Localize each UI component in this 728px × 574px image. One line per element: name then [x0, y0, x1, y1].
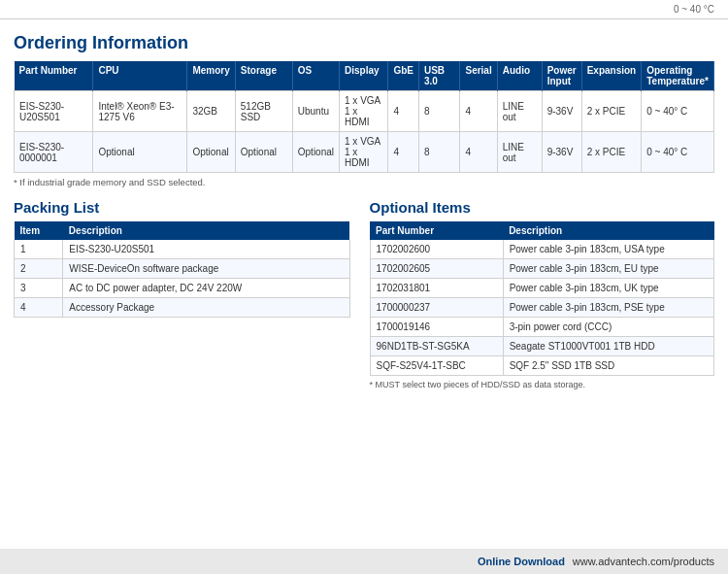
optional-cell: Seagate ST1000VT001 1TB HDD [503, 337, 713, 356]
order-cell: Optional [187, 132, 235, 173]
optional-cell: Power cable 3-pin 183cm, UK type [503, 279, 713, 298]
optional-cell: 96ND1TB-ST-SG5KA [370, 337, 503, 356]
packing-list-row: 2WISE-DeviceOn software package [15, 259, 350, 279]
order-cell: 9-36V [542, 132, 581, 173]
packing-list-row: 3AC to DC power adapter, DC 24V 220W [15, 279, 350, 298]
col-display: Display [340, 61, 388, 91]
optional-cell: SQF-S25V4-1T-SBC [370, 356, 503, 376]
packing-cell: Accessory Package [63, 298, 349, 318]
order-table-row: EIS-S230-U20S501Intel® Xeon® E3-1275 V63… [15, 91, 714, 132]
order-cell: Optional [292, 132, 339, 173]
col-gbe: GbE [388, 61, 419, 91]
col-power: PowerInput [542, 61, 581, 91]
packing-col-item: Item [15, 221, 63, 240]
optional-items-table: Part Number Description 1702002600Power … [370, 221, 714, 376]
order-cell: 4 [460, 132, 497, 173]
optional-items-footnote: * MUST select two pieces of HDD/SSD as d… [370, 380, 714, 389]
order-cell: 0 ~ 40° C [642, 132, 714, 173]
ordering-title: Ordering Information [14, 33, 714, 53]
col-audio: Audio [497, 61, 542, 91]
order-cell: EIS-S230-0000001 [15, 132, 93, 173]
optional-items-section: Optional Items Part Number Description 1… [370, 199, 714, 389]
order-cell: 2 x PCIE [581, 132, 642, 173]
optional-cell: 3-pin power cord (CCC) [503, 318, 713, 337]
packing-cell: EIS-S230-U20S501 [63, 240, 349, 259]
order-cell: Intel® Xeon® E3-1275 V6 [93, 91, 187, 132]
order-table-row: EIS-S230-0000001OptionalOptionalOptional… [15, 132, 714, 173]
order-cell: 32GB [187, 91, 235, 132]
packing-list-table: Item Description 1EIS-S230-U20S5012WISE-… [14, 221, 350, 318]
packing-cell: AC to DC power adapter, DC 24V 220W [63, 279, 349, 298]
col-part-number: Part Number [15, 61, 93, 91]
order-cell: 1 x VGA1 x HDMI [340, 132, 388, 173]
col-serial: Serial [460, 61, 497, 91]
packing-list-title: Packing List [14, 199, 350, 216]
packing-cell: 1 [15, 240, 63, 259]
optional-item-row: 1702002605Power cable 3-pin 183cm, EU ty… [370, 259, 713, 279]
footer-label: Online Download [478, 556, 565, 567]
order-cell: 8 [418, 91, 460, 132]
optional-cell: Power cable 3-pin 183cm, USA type [503, 240, 713, 259]
optional-cell: Power cable 3-pin 183cm, EU type [503, 259, 713, 279]
optional-cell: 1702002605 [370, 259, 503, 279]
optional-cell: 1702031801 [370, 279, 503, 298]
packing-cell: 3 [15, 279, 63, 298]
optional-item-row: 1702031801Power cable 3-pin 183cm, UK ty… [370, 279, 713, 298]
order-cell: Optional [235, 132, 292, 173]
col-optemp: OperatingTemperature* [642, 61, 714, 91]
ordering-table: Part Number CPU Memory Storage OS Displa… [14, 61, 714, 173]
order-cell: 8 [418, 132, 460, 173]
order-cell: 4 [460, 91, 497, 132]
packing-list-row: 4Accessory Package [15, 298, 350, 318]
col-os: OS [292, 61, 339, 91]
opt-col-desc: Description [503, 221, 713, 240]
packing-list-row: 1EIS-S230-U20S501 [15, 240, 350, 259]
optional-item-row: SQF-S25V4-1T-SBCSQF 2.5" SSD 1TB SSD [370, 356, 713, 376]
col-usb: USB 3.0 [418, 61, 460, 91]
col-storage: Storage [235, 61, 292, 91]
opt-col-part: Part Number [370, 221, 503, 240]
col-expansion: Expansion [581, 61, 642, 91]
col-memory: Memory [187, 61, 235, 91]
optional-item-row: 1700000237Power cable 3-pin 183cm, PSE t… [370, 298, 713, 318]
order-cell: 4 [388, 132, 419, 173]
packing-cell: 2 [15, 259, 63, 279]
order-cell: 2 x PCIE [581, 91, 642, 132]
optional-cell: SQF 2.5" SSD 1TB SSD [503, 356, 713, 376]
packing-col-desc: Description [63, 221, 349, 240]
optional-cell: Power cable 3-pin 183cm, PSE type [503, 298, 713, 318]
optional-item-row: 1702002600Power cable 3-pin 183cm, USA t… [370, 240, 713, 259]
order-cell: EIS-S230-U20S501 [15, 91, 93, 132]
optional-item-row: 17000191463-pin power cord (CCC) [370, 318, 713, 337]
packing-cell: 4 [15, 298, 63, 318]
order-cell: Ubuntu [292, 91, 339, 132]
packing-cell: WISE-DeviceOn software package [63, 259, 349, 279]
top-bar: 0 ~ 40 °C [0, 0, 728, 19]
top-bar-text: 0 ~ 40 °C [674, 4, 714, 15]
two-col-section: Packing List Item Description 1EIS-S230-… [14, 199, 714, 389]
footer-url: www.advantech.com/products [573, 556, 714, 567]
order-cell: LINE out [497, 91, 542, 132]
order-cell: 4 [388, 91, 419, 132]
order-cell: 9-36V [542, 91, 581, 132]
optional-items-title: Optional Items [370, 199, 714, 216]
ordering-footnote: * If industrial grade memory and SSD sel… [14, 177, 714, 187]
footer: Online Download www.advantech.com/produc… [0, 549, 728, 574]
order-cell: 1 x VGA1 x HDMI [340, 91, 388, 132]
order-cell: Optional [93, 132, 187, 173]
order-cell: LINE out [497, 132, 542, 173]
optional-item-row: 96ND1TB-ST-SG5KASeagate ST1000VT001 1TB … [370, 337, 713, 356]
optional-cell: 1700019146 [370, 318, 503, 337]
main-content: Ordering Information Part Number CPU Mem… [0, 19, 728, 448]
col-cpu: CPU [93, 61, 187, 91]
order-cell: 0 ~ 40° C [642, 91, 714, 132]
packing-list-section: Packing List Item Description 1EIS-S230-… [14, 199, 350, 389]
order-cell: 512GB SSD [235, 91, 292, 132]
optional-cell: 1702002600 [370, 240, 503, 259]
optional-cell: 1700000237 [370, 298, 503, 318]
